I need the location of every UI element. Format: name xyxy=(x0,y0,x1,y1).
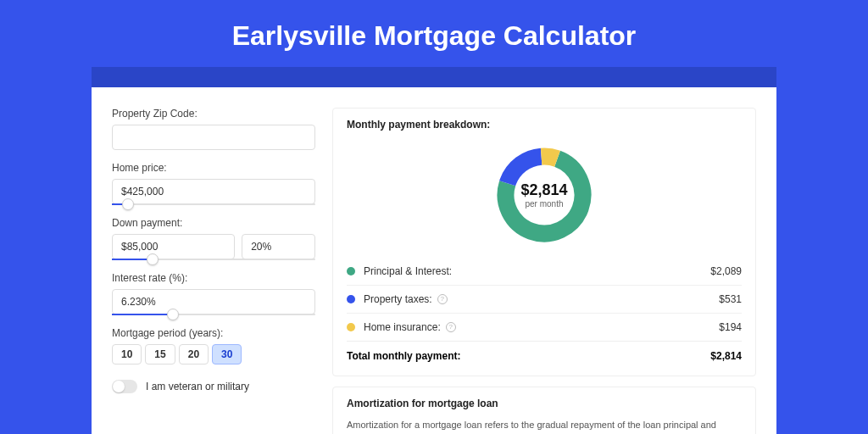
legend-value: $531 xyxy=(719,293,742,305)
donut-center: $2,814 per month xyxy=(493,144,595,246)
home-price-label: Home price: xyxy=(112,162,315,174)
legend-row-insurance: Home insurance: ? $194 xyxy=(347,313,742,341)
veteran-toggle[interactable] xyxy=(112,380,137,393)
legend-dot-icon xyxy=(347,295,355,303)
down-payment-slider[interactable] xyxy=(112,259,315,260)
legend-dot-icon xyxy=(347,323,355,331)
donut-chart-wrap: $2,814 per month xyxy=(347,139,742,258)
slider-thumb[interactable] xyxy=(122,198,134,210)
amortization-panel: Amortization for mortgage loan Amortizat… xyxy=(332,387,756,434)
info-icon[interactable]: ? xyxy=(437,294,448,304)
home-price-slider[interactable] xyxy=(112,203,315,205)
donut-center-value: $2,814 xyxy=(520,181,567,199)
slider-thumb[interactable] xyxy=(147,253,159,265)
legend-label: Home insurance: ? xyxy=(364,321,719,333)
veteran-toggle-row: I am veteran or military xyxy=(112,380,315,393)
legend-label: Property taxes: ? xyxy=(364,293,719,305)
mortgage-period-label: Mortgage period (years): xyxy=(112,327,315,339)
legend-row-principal: Principal & Interest: $2,089 xyxy=(347,258,742,285)
period-option-30[interactable]: 30 xyxy=(212,344,242,364)
breakdown-title: Monthly payment breakdown: xyxy=(347,119,742,131)
toggle-knob xyxy=(113,381,125,392)
total-value: $2,814 xyxy=(710,350,742,362)
mortgage-period-field: Mortgage period (years): 10 15 20 30 xyxy=(112,327,315,364)
amortization-title: Amortization for mortgage loan xyxy=(347,398,742,409)
period-option-10[interactable]: 10 xyxy=(112,344,142,364)
home-price-field: Home price: xyxy=(112,162,315,205)
interest-rate-input[interactable] xyxy=(112,289,315,314)
zip-label: Property Zip Code: xyxy=(112,108,315,120)
down-payment-field: Down payment: xyxy=(112,217,315,260)
legend-label: Principal & Interest: xyxy=(364,265,710,277)
zip-input[interactable] xyxy=(112,125,315,150)
legend-dot-icon xyxy=(347,267,355,275)
down-payment-label: Down payment: xyxy=(112,217,315,229)
veteran-toggle-label: I am veteran or military xyxy=(146,381,249,392)
period-option-15[interactable]: 15 xyxy=(145,344,175,364)
total-label: Total monthly payment: xyxy=(347,350,710,362)
slider-thumb[interactable] xyxy=(167,309,179,320)
page-title: Earlysville Mortgage Calculator xyxy=(0,0,868,67)
legend-row-taxes: Property taxes: ? $531 xyxy=(347,285,742,313)
header-accent-bar xyxy=(92,67,776,87)
legend-value: $2,089 xyxy=(710,265,742,277)
calculator-card: Property Zip Code: Home price: Down paym… xyxy=(92,87,776,434)
period-option-20[interactable]: 20 xyxy=(179,344,209,364)
total-row: Total monthly payment: $2,814 xyxy=(347,341,742,362)
results-pane: Monthly payment breakdown: $2,814 per mo… xyxy=(332,108,756,434)
down-payment-amount-input[interactable] xyxy=(112,234,235,259)
down-payment-percent-input[interactable] xyxy=(242,234,315,259)
breakdown-panel: Monthly payment breakdown: $2,814 per mo… xyxy=(332,108,756,376)
home-price-input[interactable] xyxy=(112,179,315,204)
donut-chart: $2,814 per month xyxy=(493,144,595,246)
interest-rate-label: Interest rate (%): xyxy=(112,272,315,284)
info-icon[interactable]: ? xyxy=(446,322,456,332)
input-pane: Property Zip Code: Home price: Down paym… xyxy=(112,108,315,434)
legend-value: $194 xyxy=(719,321,742,333)
interest-rate-slider[interactable] xyxy=(112,314,315,315)
zip-field: Property Zip Code: xyxy=(112,108,315,150)
interest-rate-field: Interest rate (%): xyxy=(112,272,315,315)
mortgage-period-options: 10 15 20 30 xyxy=(112,344,315,364)
donut-center-sub: per month xyxy=(525,199,563,209)
amortization-body: Amortization for a mortgage loan refers … xyxy=(347,418,742,434)
